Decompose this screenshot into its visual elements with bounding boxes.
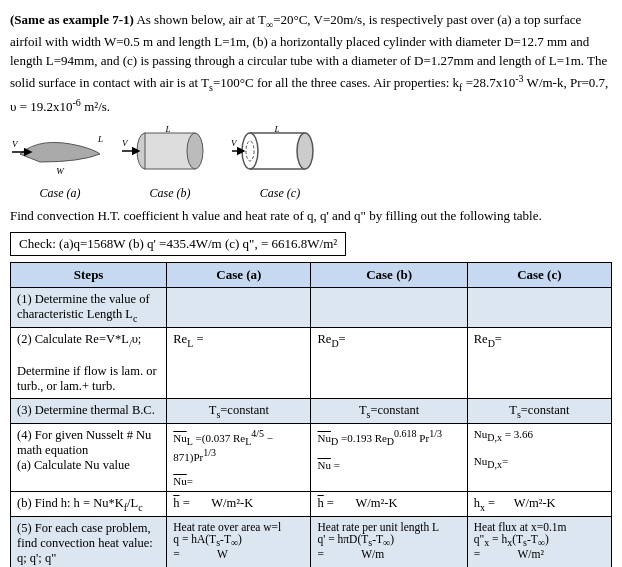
check-label: Check: (a)q=1568W (b) q' =435.4W/m (c) q… (19, 236, 337, 251)
svg-text:L: L (97, 134, 103, 144)
step-3-a: Ts=constant (167, 398, 311, 424)
step-3: (3) Determine thermal B.C. (11, 398, 167, 424)
step-5: (5) For each case problem, find convecti… (11, 517, 167, 567)
case-c-label: Case (c) (230, 186, 330, 201)
svg-text:V: V (12, 139, 19, 149)
step-5-c: Heat flux at x=0.1m q"x = hx(Ts-T∞) = W/… (467, 517, 611, 567)
step-1-b (311, 287, 467, 328)
step-5-a: Heat rate over area w=l q = hA(Ts-T∞) = … (167, 517, 311, 567)
case-b-figure: V L Case (b) (120, 124, 220, 201)
svg-point-6 (187, 133, 203, 169)
col-steps: Steps (11, 262, 167, 287)
step-4b-b: h = W/m²-K (311, 491, 467, 517)
case-b-label: Case (b) (120, 186, 220, 201)
step-1: (1) Determine the value of characteristi… (11, 287, 167, 328)
step-2-b: ReD= (311, 328, 467, 399)
svg-point-10 (242, 133, 258, 169)
svg-point-14 (297, 133, 313, 169)
svg-text:W: W (56, 166, 65, 176)
table-row: (b) Find h: h = Nu*Kf/Lc h = W/m²-K h = … (11, 491, 612, 517)
main-table: Steps Case (a) Case (b) Case (c) (1) Det… (10, 262, 612, 567)
step-4-b: NuD =0.193 ReD0.618 Pr1/3 Nu = (311, 424, 467, 492)
intro-paragraph: (Same as example 7-1) As shown below, ai… (10, 10, 612, 116)
svg-text:V: V (231, 138, 238, 148)
case-a-label: Case (a) (10, 186, 110, 201)
table-header-row: Steps Case (a) Case (b) Case (c) (11, 262, 612, 287)
col-case-b: Case (b) (311, 262, 467, 287)
table-row: (1) Determine the value of characteristi… (11, 287, 612, 328)
check-box: Check: (a)q=1568W (b) q' =435.4W/m (c) q… (10, 232, 346, 256)
table-row: (5) For each case problem, find convecti… (11, 517, 612, 567)
step-5-b: Heat rate per unit length L q' = hπD(Ts-… (311, 517, 467, 567)
step-2-c: ReD= (467, 328, 611, 399)
svg-text:L: L (273, 124, 279, 134)
svg-text:V: V (122, 138, 129, 148)
step-4b-c: hx = W/m²-K (467, 491, 611, 517)
table-row: (4) For given Nusselt # Nu math equation… (11, 424, 612, 492)
table-row: (2) Calculate Re=V*L/υ;Determine if flow… (11, 328, 612, 399)
intro-body: As shown below, air at T∞=20°C, V=20m/s,… (10, 12, 608, 114)
step-3-b: Ts=constant (311, 398, 467, 424)
bold-prefix: (Same as example 7-1) (10, 12, 134, 27)
case-a-figure: W L V Case (a) (10, 124, 110, 201)
table-row: (3) Determine thermal B.C. Ts=constant T… (11, 398, 612, 424)
col-case-c: Case (c) (467, 262, 611, 287)
step-4b: (b) Find h: h = Nu*Kf/Lc (11, 491, 167, 517)
step-2: (2) Calculate Re=V*L/υ;Determine if flow… (11, 328, 167, 399)
diagram-row: W L V Case (a) V L (10, 124, 612, 201)
step-4-a: NuL =(0.037 ReL4/5 − 871)Pr1/3 Nu= (167, 424, 311, 492)
case-c-figure: V L Case (c) (230, 124, 330, 201)
col-case-a: Case (a) (167, 262, 311, 287)
step-1-c (467, 287, 611, 328)
step-4-c: NuD,x = 3.66 NuD,x= (467, 424, 611, 492)
step-4: (4) For given Nusselt # Nu math equation… (11, 424, 167, 492)
step-4b-a: h = W/m²-K (167, 491, 311, 517)
step-1-a (167, 287, 311, 328)
find-text: Find convection H.T. coefficient h value… (10, 207, 612, 225)
step-3-c: Ts=constant (467, 398, 611, 424)
svg-point-11 (246, 141, 254, 161)
step-2-a: ReL = (167, 328, 311, 399)
svg-text:L: L (164, 124, 170, 134)
